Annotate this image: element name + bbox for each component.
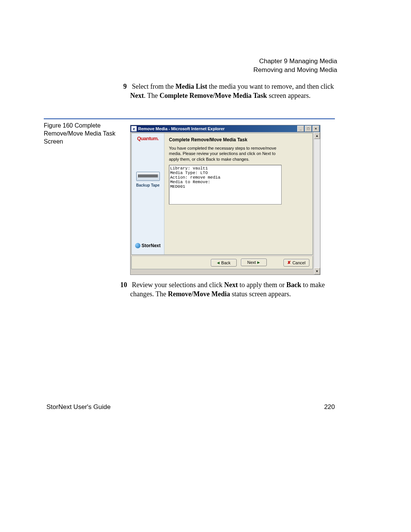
step-text: Select from the Media List the media you… (130, 83, 334, 99)
next-label: Next (247, 260, 256, 265)
quantum-logo: Quantum. (137, 136, 159, 141)
wizard-container: Quantum. Backup Tape StorNext Complete R… (131, 132, 314, 275)
document-page: Chapter 9 Managing Media Removing and Mo… (0, 0, 411, 532)
scroll-track[interactable] (314, 139, 320, 268)
cancel-label: Cancel (292, 260, 305, 265)
ie-window: e Remove Media - Microsoft Internet Expl… (130, 125, 320, 275)
step-number: 10 (120, 280, 130, 289)
figure-caption: Figure 160 Complete Remove/Move Media Ta… (44, 122, 120, 145)
step-9: 9 Select from the Media List the media y… (130, 82, 338, 101)
next-arrow-icon: ▶ (257, 260, 260, 264)
minimize-button[interactable]: _ (297, 126, 304, 132)
step-10: 10 Review your selections and click Next… (130, 280, 338, 299)
summary-textarea[interactable] (169, 165, 282, 204)
next-button[interactable]: Next ▶ (241, 259, 267, 266)
footer-guide-name: StorNext User's Guide (46, 403, 111, 411)
wizard-heading: Complete Remove/Move Media Task (169, 137, 308, 142)
scroll-up-icon[interactable]: ▲ (314, 132, 320, 139)
back-label: Back (221, 260, 230, 265)
step-text: Review your selections and click Next to… (130, 281, 325, 298)
wizard-panel: Quantum. Backup Tape StorNext Complete R… (131, 133, 313, 255)
globe-icon (135, 243, 140, 248)
stornext-logo: StorNext (135, 243, 161, 248)
wizard-main: Complete Remove/Move Media Task You have… (164, 133, 312, 254)
wizard-buttonbar: ◀ Back Next ▶ ✘ Cancel (131, 256, 313, 269)
scroll-down-icon[interactable]: ▼ (314, 268, 320, 275)
step-number: 9 (123, 82, 130, 91)
tape-drive-icon (136, 172, 160, 181)
maximize-button[interactable]: □ (305, 126, 312, 132)
header-section: Removing and Moving Media (253, 66, 337, 75)
window-body: Quantum. Backup Tape StorNext Complete R… (131, 132, 320, 275)
header-chapter: Chapter 9 Managing Media (253, 57, 337, 66)
cancel-button[interactable]: ✘ Cancel (284, 259, 309, 267)
vertical-scrollbar[interactable]: ▲ ▼ (314, 132, 320, 275)
stornext-text: StorNext (142, 243, 161, 248)
close-button[interactable]: × (312, 126, 319, 132)
page-header: Chapter 9 Managing Media Removing and Mo… (253, 57, 337, 75)
back-arrow-icon: ◀ (217, 261, 220, 265)
wizard-sidebar: Quantum. Backup Tape StorNext (132, 133, 164, 254)
tape-label: Backup Tape (136, 183, 160, 187)
wizard-instructions: You have completed the necessary steps t… (169, 145, 283, 162)
cancel-x-icon: ✘ (287, 260, 291, 265)
ie-icon: e (131, 126, 137, 131)
back-button[interactable]: ◀ Back (211, 259, 237, 267)
footer-page-number: 220 (324, 403, 335, 411)
figure-rule (44, 118, 335, 119)
window-titlebar: e Remove Media - Microsoft Internet Expl… (131, 125, 320, 132)
window-title: Remove Media - Microsoft Internet Explor… (138, 126, 225, 131)
